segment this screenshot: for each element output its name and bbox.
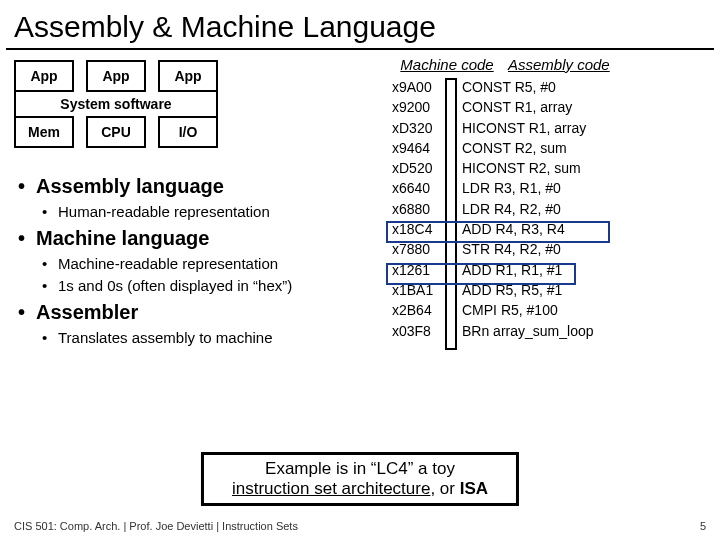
slide-title: Assembly & Machine Language (0, 0, 720, 48)
example-callout: Example is in “LC4” a toy instruction se… (201, 452, 519, 506)
assembly-code-cell: BRn array_sum_loop (462, 321, 710, 341)
mem-box: Mem (14, 116, 74, 148)
bullet-assembler: Assembler (14, 298, 384, 327)
code-row: x2B64CMPI R5, #100 (392, 300, 710, 320)
cpu-box: CPU (86, 116, 146, 148)
bullet-human-readable: Human-readable representation (14, 201, 384, 224)
code-row: x6880LDR R4, R2, #0 (392, 199, 710, 219)
app-row: App App App (14, 60, 384, 92)
system-software-row: System software (14, 92, 218, 116)
isa-underline: instruction set architecture (232, 479, 430, 498)
bullet-machine-language: Machine language (14, 224, 384, 253)
app-box: App (158, 60, 218, 92)
bullet-translates: Translates assembly to machine (14, 327, 384, 350)
bullet-assembly-language: Assembly language (14, 172, 384, 201)
right-column: Machine code Assembly code x9A00CONST R5… (392, 60, 710, 349)
highlight-box-add2 (386, 263, 576, 285)
example-sep: , or (430, 479, 459, 498)
app-box: App (86, 60, 146, 92)
example-line1: Example is in “LC4” a toy (232, 459, 488, 479)
code-row: x9464CONST R2, sum (392, 138, 710, 158)
assembly-code-cell: CONST R1, array (462, 97, 710, 117)
code-row: x9A00CONST R5, #0 (392, 77, 710, 97)
code-row: xD320HICONST R1, array (392, 118, 710, 138)
bullet-hex: 1s and 0s (often displayed in “hex”) (14, 275, 384, 298)
layer-diagram: App App App System software Mem CPU I/O (14, 60, 384, 148)
assembly-code-cell: HICONST R2, sum (462, 158, 710, 178)
hardware-row: Mem CPU I/O (14, 116, 384, 148)
footer: CIS 501: Comp. Arch. | Prof. Joe Deviett… (14, 520, 706, 532)
slide-body: App App App System software Mem CPU I/O … (0, 50, 720, 349)
code-row: x03F8BRn array_sum_loop (392, 321, 710, 341)
isa-bold: ISA (460, 479, 488, 498)
assembly-code-cell: HICONST R1, array (462, 118, 710, 138)
assembly-code-cell: CONST R5, #0 (462, 77, 710, 97)
assembly-code-cell: CONST R2, sum (462, 138, 710, 158)
example-line2: instruction set architecture, or ISA (232, 479, 488, 499)
code-row: x6640LDR R3, R1, #0 (392, 178, 710, 198)
bullet-machine-readable: Machine-readable representation (14, 253, 384, 276)
code-listing: x9A00CONST R5, #0x9200CONST R1, arrayxD3… (392, 77, 710, 341)
machine-code-header: Machine code (392, 56, 502, 73)
assembly-code-header: Assembly code (502, 56, 710, 73)
assembly-code-cell: LDR R4, R2, #0 (462, 199, 710, 219)
page-number: 5 (700, 520, 706, 532)
bullets: Assembly language Human-readable represe… (14, 158, 384, 349)
assembly-code-cell: LDR R3, R1, #0 (462, 178, 710, 198)
highlight-box-add (386, 221, 610, 243)
app-box: App (14, 60, 74, 92)
code-row: xD520HICONST R2, sum (392, 158, 710, 178)
column-divider-box (445, 78, 457, 350)
code-headers: Machine code Assembly code (392, 56, 710, 73)
left-column: App App App System software Mem CPU I/O … (14, 60, 384, 349)
footer-text: CIS 501: Comp. Arch. | Prof. Joe Deviett… (14, 520, 298, 532)
code-row: x9200CONST R1, array (392, 97, 710, 117)
assembly-code-cell: CMPI R5, #100 (462, 300, 710, 320)
io-box: I/O (158, 116, 218, 148)
